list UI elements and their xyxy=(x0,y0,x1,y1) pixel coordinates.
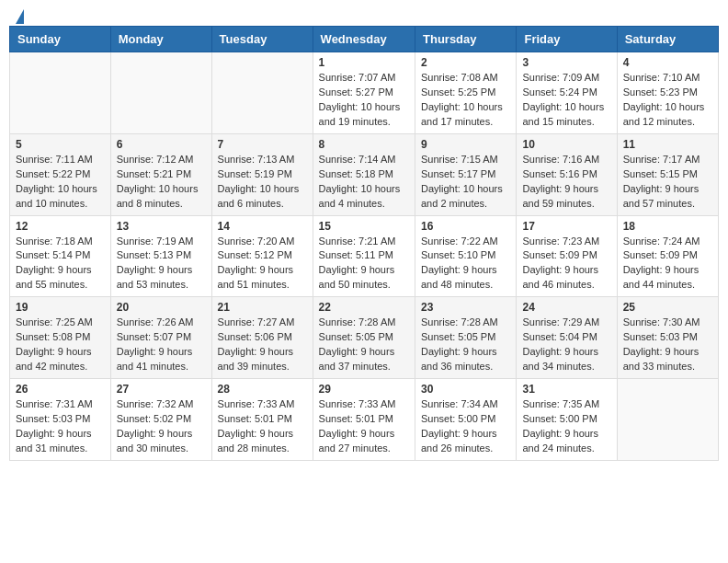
calendar-cell: 7Sunrise: 7:13 AM Sunset: 5:19 PM Daylig… xyxy=(211,133,313,215)
day-info: Sunrise: 7:09 AM Sunset: 5:24 PM Dayligh… xyxy=(522,71,610,130)
calendar-cell: 21Sunrise: 7:27 AM Sunset: 5:06 PM Dayli… xyxy=(211,297,313,379)
calendar-cell: 3Sunrise: 7:09 AM Sunset: 5:24 PM Daylig… xyxy=(517,52,617,134)
day-info: Sunrise: 7:32 AM Sunset: 5:02 PM Dayligh… xyxy=(117,397,206,456)
calendar-cell xyxy=(110,52,211,134)
calendar-week-4: 19Sunrise: 7:25 AM Sunset: 5:08 PM Dayli… xyxy=(10,297,719,379)
calendar-cell: 2Sunrise: 7:08 AM Sunset: 5:25 PM Daylig… xyxy=(415,52,517,134)
day-number: 19 xyxy=(16,301,105,314)
calendar-cell: 28Sunrise: 7:33 AM Sunset: 5:01 PM Dayli… xyxy=(211,379,313,461)
day-number: 18 xyxy=(623,220,712,233)
calendar-header-row: SundayMondayTuesdayWednesdayThursdayFrid… xyxy=(10,27,719,52)
day-info: Sunrise: 7:31 AM Sunset: 5:03 PM Dayligh… xyxy=(16,397,105,456)
day-info: Sunrise: 7:14 AM Sunset: 5:18 PM Dayligh… xyxy=(319,153,409,212)
calendar-cell: 4Sunrise: 7:10 AM Sunset: 5:23 PM Daylig… xyxy=(617,52,718,134)
day-info: Sunrise: 7:24 AM Sunset: 5:09 PM Dayligh… xyxy=(623,235,712,293)
day-info: Sunrise: 7:15 AM Sunset: 5:17 PM Dayligh… xyxy=(421,153,510,212)
day-info: Sunrise: 7:23 AM Sunset: 5:09 PM Dayligh… xyxy=(522,235,610,293)
calendar-cell: 26Sunrise: 7:31 AM Sunset: 5:03 PM Dayli… xyxy=(10,379,111,461)
day-number: 3 xyxy=(522,56,610,69)
day-number: 22 xyxy=(319,301,409,314)
day-info: Sunrise: 7:25 AM Sunset: 5:08 PM Dayligh… xyxy=(16,316,105,374)
calendar-cell: 8Sunrise: 7:14 AM Sunset: 5:18 PM Daylig… xyxy=(313,133,415,215)
day-info: Sunrise: 7:29 AM Sunset: 5:04 PM Dayligh… xyxy=(522,316,610,374)
day-info: Sunrise: 7:26 AM Sunset: 5:07 PM Dayligh… xyxy=(117,316,206,374)
day-number: 5 xyxy=(16,138,105,151)
day-info: Sunrise: 7:30 AM Sunset: 5:03 PM Dayligh… xyxy=(623,316,712,374)
day-number: 30 xyxy=(421,383,510,396)
calendar-cell xyxy=(617,379,718,461)
calendar-cell: 16Sunrise: 7:22 AM Sunset: 5:10 PM Dayli… xyxy=(415,215,517,297)
day-info: Sunrise: 7:11 AM Sunset: 5:22 PM Dayligh… xyxy=(16,153,105,212)
day-number: 8 xyxy=(319,138,409,151)
day-info: Sunrise: 7:17 AM Sunset: 5:15 PM Dayligh… xyxy=(623,153,712,212)
calendar-cell: 17Sunrise: 7:23 AM Sunset: 5:09 PM Dayli… xyxy=(517,215,617,297)
logo-triangle-icon xyxy=(16,9,24,24)
calendar-cell: 1Sunrise: 7:07 AM Sunset: 5:27 PM Daylig… xyxy=(313,52,415,134)
day-number: 24 xyxy=(522,301,610,314)
weekday-header-monday: Monday xyxy=(110,27,211,52)
calendar-week-2: 5Sunrise: 7:11 AM Sunset: 5:22 PM Daylig… xyxy=(10,133,719,215)
calendar-cell: 25Sunrise: 7:30 AM Sunset: 5:03 PM Dayli… xyxy=(617,297,718,379)
day-number: 14 xyxy=(218,220,307,233)
day-number: 9 xyxy=(421,138,510,151)
day-number: 27 xyxy=(117,383,206,396)
calendar-table: SundayMondayTuesdayWednesdayThursdayFrid… xyxy=(9,26,719,461)
day-info: Sunrise: 7:19 AM Sunset: 5:13 PM Dayligh… xyxy=(117,235,206,293)
day-number: 4 xyxy=(623,56,712,69)
calendar-cell: 12Sunrise: 7:18 AM Sunset: 5:14 PM Dayli… xyxy=(10,215,111,297)
calendar-cell: 23Sunrise: 7:28 AM Sunset: 5:05 PM Dayli… xyxy=(415,297,517,379)
day-info: Sunrise: 7:34 AM Sunset: 5:00 PM Dayligh… xyxy=(421,397,510,456)
day-info: Sunrise: 7:13 AM Sunset: 5:19 PM Dayligh… xyxy=(218,153,307,212)
day-info: Sunrise: 7:33 AM Sunset: 5:01 PM Dayligh… xyxy=(319,397,409,456)
day-info: Sunrise: 7:16 AM Sunset: 5:16 PM Dayligh… xyxy=(522,153,610,212)
day-info: Sunrise: 7:08 AM Sunset: 5:25 PM Dayligh… xyxy=(421,71,510,130)
calendar-cell: 20Sunrise: 7:26 AM Sunset: 5:07 PM Dayli… xyxy=(110,297,211,379)
day-number: 23 xyxy=(421,301,510,314)
day-info: Sunrise: 7:27 AM Sunset: 5:06 PM Dayligh… xyxy=(218,316,307,374)
calendar-cell: 19Sunrise: 7:25 AM Sunset: 5:08 PM Dayli… xyxy=(10,297,111,379)
weekday-header-friday: Friday xyxy=(517,27,617,52)
logo xyxy=(13,9,24,18)
calendar-cell: 22Sunrise: 7:28 AM Sunset: 5:05 PM Dayli… xyxy=(313,297,415,379)
day-number: 2 xyxy=(421,56,510,69)
day-number: 31 xyxy=(522,383,610,396)
calendar-cell: 15Sunrise: 7:21 AM Sunset: 5:11 PM Dayli… xyxy=(313,215,415,297)
day-number: 28 xyxy=(218,383,307,396)
day-number: 7 xyxy=(218,138,307,151)
day-info: Sunrise: 7:07 AM Sunset: 5:27 PM Dayligh… xyxy=(319,71,409,130)
day-info: Sunrise: 7:21 AM Sunset: 5:11 PM Dayligh… xyxy=(319,235,409,293)
weekday-header-sunday: Sunday xyxy=(10,27,111,52)
calendar-cell xyxy=(211,52,313,134)
day-info: Sunrise: 7:12 AM Sunset: 5:21 PM Dayligh… xyxy=(117,153,206,212)
calendar-cell: 30Sunrise: 7:34 AM Sunset: 5:00 PM Dayli… xyxy=(415,379,517,461)
day-number: 17 xyxy=(522,220,610,233)
day-info: Sunrise: 7:22 AM Sunset: 5:10 PM Dayligh… xyxy=(421,235,510,293)
calendar-week-3: 12Sunrise: 7:18 AM Sunset: 5:14 PM Dayli… xyxy=(10,215,719,297)
day-number: 20 xyxy=(117,301,206,314)
day-number: 26 xyxy=(16,383,105,396)
day-info: Sunrise: 7:20 AM Sunset: 5:12 PM Dayligh… xyxy=(218,235,307,293)
day-number: 6 xyxy=(117,138,206,151)
weekday-header-thursday: Thursday xyxy=(415,27,517,52)
calendar-cell: 6Sunrise: 7:12 AM Sunset: 5:21 PM Daylig… xyxy=(110,133,211,215)
day-number: 29 xyxy=(319,383,409,396)
calendar-cell xyxy=(10,52,111,134)
calendar-cell: 11Sunrise: 7:17 AM Sunset: 5:15 PM Dayli… xyxy=(617,133,718,215)
day-number: 16 xyxy=(421,220,510,233)
calendar-cell: 18Sunrise: 7:24 AM Sunset: 5:09 PM Dayli… xyxy=(617,215,718,297)
calendar-week-5: 26Sunrise: 7:31 AM Sunset: 5:03 PM Dayli… xyxy=(10,379,719,461)
day-info: Sunrise: 7:28 AM Sunset: 5:05 PM Dayligh… xyxy=(319,316,409,374)
day-info: Sunrise: 7:10 AM Sunset: 5:23 PM Dayligh… xyxy=(623,71,712,130)
weekday-header-tuesday: Tuesday xyxy=(211,27,313,52)
day-info: Sunrise: 7:35 AM Sunset: 5:00 PM Dayligh… xyxy=(522,397,610,456)
day-number: 1 xyxy=(319,56,409,69)
day-number: 15 xyxy=(319,220,409,233)
day-number: 12 xyxy=(16,220,105,233)
day-number: 13 xyxy=(117,220,206,233)
calendar-cell: 10Sunrise: 7:16 AM Sunset: 5:16 PM Dayli… xyxy=(517,133,617,215)
calendar-cell: 14Sunrise: 7:20 AM Sunset: 5:12 PM Dayli… xyxy=(211,215,313,297)
calendar-cell: 13Sunrise: 7:19 AM Sunset: 5:13 PM Dayli… xyxy=(110,215,211,297)
page-header xyxy=(9,9,719,18)
weekday-header-saturday: Saturday xyxy=(617,27,718,52)
day-number: 11 xyxy=(623,138,712,151)
